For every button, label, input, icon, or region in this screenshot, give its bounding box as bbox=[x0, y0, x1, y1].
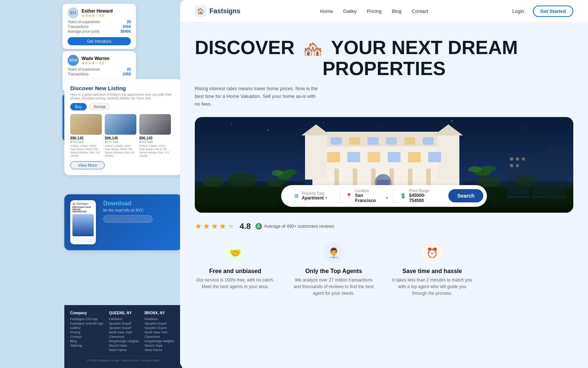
dollar-icon: 💲 bbox=[400, 193, 406, 199]
footer-link-west-b[interactable]: West Farms bbox=[144, 348, 174, 352]
navbar-links: Home Galley Pricing Blog Contact bbox=[320, 8, 428, 14]
rating-stars: ★★★★★ bbox=[195, 222, 235, 231]
search-field-property-type[interactable]: ⊞ Property Type Apartment ▾ bbox=[288, 191, 340, 201]
svg-point-46 bbox=[481, 166, 496, 171]
agent-name-wade: Wade Warren bbox=[82, 56, 110, 61]
agent-introduce-btn-esther[interactable]: Get Introduce bbox=[68, 37, 131, 45]
nav-home[interactable]: Home bbox=[320, 8, 333, 14]
footer-link-west-q[interactable]: West Farms bbox=[109, 348, 139, 352]
rating-section: ★★★★★ 4.8 G Average of 490+ customers re… bbox=[180, 213, 588, 237]
view-more-button[interactable]: View More bbox=[70, 161, 105, 169]
agent-avatar-wade: WW bbox=[68, 55, 79, 66]
footer-link-nny-q[interactable]: North New York bbox=[109, 330, 139, 334]
svg-rect-11 bbox=[305, 135, 327, 180]
feature-desc-0: Our service is 100% free, with no catch.… bbox=[195, 277, 276, 290]
login-button[interactable]: Login bbox=[508, 6, 528, 16]
search-field-content-price: Price Range $45000-754500 bbox=[409, 189, 440, 203]
listing-meta-0: 2 Bed, 1 Bath, 2020 Year Build. 249 E 7t… bbox=[70, 144, 102, 158]
svg-rect-16 bbox=[349, 137, 360, 145]
svg-point-1 bbox=[231, 124, 232, 125]
listings-grid: $96,145 ● For Sale 2 Bed, 1 Bath, 2020 Y… bbox=[70, 114, 176, 158]
footer-link-kings-q[interactable]: Kingsbridge Heights bbox=[109, 339, 139, 343]
rating-google: G Average of 490+ customers reviews bbox=[255, 223, 334, 230]
listing-card-2: $96,145 ● For Sale 2 Bed, 1 Bath, 2020 Y… bbox=[139, 114, 171, 158]
hero-house-emoji: 🏘️ bbox=[303, 40, 323, 58]
svg-point-3 bbox=[323, 122, 324, 123]
footer-link-pricing[interactable]: Pricing bbox=[70, 330, 103, 334]
footer-link-fieldston-b[interactable]: Fieldston bbox=[144, 317, 174, 321]
footer-link-spuyten-q2[interactable]: Spuyten Duyvil bbox=[109, 326, 139, 330]
agent-stats-wade: Years of experience 20 Transactions 2450 bbox=[68, 67, 131, 76]
price-value: $45000-754500 bbox=[409, 193, 440, 203]
feature-title-1: Only the Top Agents bbox=[293, 268, 374, 275]
footer-col-heading-0: Company bbox=[70, 311, 103, 315]
footer-link-spuyten-q1[interactable]: Spuyten Duyvil bbox=[109, 322, 139, 325]
listing-status-1: ● For Sale bbox=[105, 140, 136, 144]
search-field-location[interactable]: 📍 Location San Francisco ▾ bbox=[340, 189, 394, 203]
svg-rect-53 bbox=[510, 164, 513, 167]
footer-link-ios[interactable]: Fastsigns IOS App bbox=[70, 317, 103, 321]
svg-rect-32 bbox=[426, 169, 431, 187]
location-label: Location bbox=[355, 189, 388, 193]
footer-col-heading-2: BRONX, NY bbox=[144, 311, 174, 315]
get-started-button[interactable]: Get Started bbox=[533, 6, 573, 17]
footer-link-contact[interactable]: Contact bbox=[70, 335, 103, 339]
nav-blog[interactable]: Blog bbox=[392, 8, 401, 14]
app-city-input[interactable] bbox=[103, 215, 153, 223]
app-phone-title: DISCOVER YOUR DREAM PROPERTIES bbox=[72, 206, 94, 213]
feature-icon-0: 🤝 bbox=[225, 243, 245, 263]
footer-link-blog[interactable]: Blog bbox=[70, 339, 103, 343]
price-label: Price Range bbox=[409, 189, 440, 193]
nav-pricing[interactable]: Pricing bbox=[367, 8, 382, 14]
listings-subtitle: Here is a great selection of today's top… bbox=[70, 93, 176, 100]
svg-point-41 bbox=[272, 170, 283, 176]
svg-rect-27 bbox=[334, 169, 339, 187]
svg-rect-31 bbox=[408, 169, 412, 187]
footer-link-nny-b[interactable]: North New York bbox=[144, 330, 174, 334]
logo-icon: 🏠 bbox=[195, 5, 207, 17]
svg-rect-54 bbox=[516, 164, 519, 167]
hero-title-line2: YOUR NEXT DREAM bbox=[331, 37, 518, 58]
footer-link-sitemap[interactable]: Sitemap bbox=[70, 344, 103, 347]
footer-link-fieldston-q[interactable]: Fieldston bbox=[109, 317, 139, 321]
agent-card-esther: EH Esther Howard ★★★★☆ 4.8 Years of expe… bbox=[62, 4, 136, 49]
footer-link-kings-b[interactable]: Kingsbridge Heights bbox=[144, 339, 174, 343]
search-field-content-property: Property Type Apartment ▾ bbox=[302, 191, 327, 201]
search-field-price[interactable]: 💲 Price Range $45000-754500 bbox=[394, 189, 445, 203]
app-text-area: Download for the most info on NYC bbox=[103, 200, 153, 223]
svg-rect-21 bbox=[327, 152, 340, 162]
svg-rect-25 bbox=[408, 152, 421, 162]
footer-link-mount-b[interactable]: Mount Hope bbox=[144, 344, 174, 347]
footer-link-claremont-b[interactable]: Claremont bbox=[144, 335, 174, 339]
hero-title-line1: DISCOVER bbox=[195, 37, 295, 58]
footer-link-claremont-q[interactable]: Claremont bbox=[109, 335, 139, 339]
footer-link-mount-q[interactable]: Mount Hope bbox=[109, 344, 139, 347]
navbar-actions: Login Get Started bbox=[508, 6, 573, 17]
app-phone-building bbox=[72, 214, 94, 236]
svg-rect-22 bbox=[347, 152, 360, 162]
nav-galley[interactable]: Galley bbox=[343, 8, 357, 14]
agent-avatar-esther: EH bbox=[68, 7, 79, 18]
navbar-logo: 🏠 Fastsigns bbox=[195, 5, 240, 17]
listing-price-0: $96,145 bbox=[70, 136, 102, 140]
main-panel: 🏠 Fastsigns Home Galley Pricing Blog Con… bbox=[180, 0, 588, 368]
feature-desc-1: We analyze over 27 million transactions … bbox=[293, 277, 374, 297]
nav-contact[interactable]: Contact bbox=[412, 8, 428, 14]
svg-rect-20 bbox=[423, 137, 434, 145]
footer-link-gallery[interactable]: Gallery bbox=[70, 326, 103, 330]
footer-link-spuyten-b1[interactable]: Spuyten Duyvil bbox=[144, 322, 174, 325]
footer-col-queens: QUEENS, NY Fieldston Spuyten Duyvil Spuy… bbox=[109, 311, 139, 353]
app-title: Download bbox=[103, 200, 153, 207]
svg-rect-52 bbox=[522, 158, 525, 160]
feature-icon-2: ⏰ bbox=[422, 243, 442, 263]
footer-link-spuyten-b2[interactable]: Spuyten Duyvil bbox=[144, 326, 174, 330]
svg-rect-18 bbox=[386, 137, 397, 145]
footer-link-android[interactable]: Fastsigns Android App bbox=[70, 322, 103, 325]
tab-buy[interactable]: Buy bbox=[70, 103, 87, 110]
feature-card-1: 👨‍💼 Only the Top Agents We analyze over … bbox=[293, 243, 374, 297]
listings-title: Discover New Listing bbox=[70, 85, 176, 91]
feature-desc-2: It takes less than 2 minutes to match yo… bbox=[392, 277, 473, 297]
building-icon: ⊞ bbox=[294, 193, 299, 199]
tab-rental[interactable]: Rental bbox=[89, 103, 110, 110]
search-button[interactable]: Search bbox=[448, 189, 483, 202]
